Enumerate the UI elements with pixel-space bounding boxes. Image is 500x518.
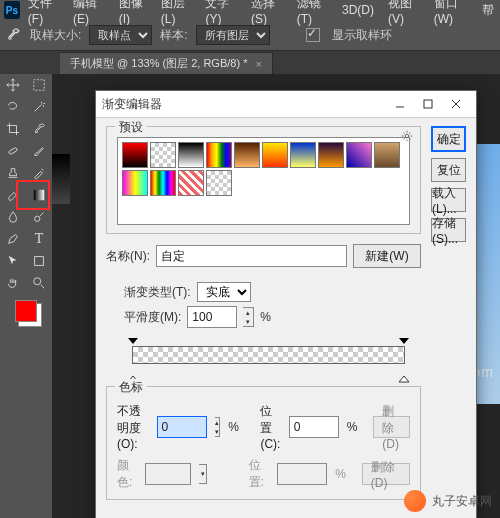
gradient-track[interactable] bbox=[132, 346, 405, 364]
menu-3d[interactable]: 3D(D) bbox=[336, 1, 380, 19]
hand-tool-icon[interactable] bbox=[0, 272, 26, 294]
menu-view[interactable]: 视图(V) bbox=[382, 0, 426, 28]
opacity-spinner[interactable]: ▴▾ bbox=[215, 417, 221, 437]
preset-swatch[interactable] bbox=[206, 142, 232, 168]
presets-legend: 预设 bbox=[115, 119, 147, 136]
percent-symbol: % bbox=[335, 467, 346, 481]
eyedropper-tool-icon[interactable] bbox=[26, 118, 52, 140]
svg-rect-0 bbox=[34, 80, 45, 91]
smoothness-spinner[interactable]: ▴▾ bbox=[243, 307, 254, 327]
maximize-icon[interactable] bbox=[414, 94, 442, 114]
location-input[interactable] bbox=[289, 416, 339, 438]
smoothness-input[interactable] bbox=[187, 306, 237, 328]
save-button[interactable]: 存储(S)... bbox=[431, 218, 466, 242]
show-ring-checkbox[interactable] bbox=[306, 28, 320, 42]
stamp-tool-icon[interactable] bbox=[0, 162, 26, 184]
gradient-editor-dialog: 渐变编辑器 预设 bbox=[95, 90, 477, 518]
close-tab-icon[interactable]: × bbox=[255, 58, 261, 70]
brush-tool-icon[interactable] bbox=[26, 140, 52, 162]
gradient-bar[interactable] bbox=[124, 340, 413, 364]
dialog-titlebar[interactable]: 渐变编辑器 bbox=[96, 91, 476, 118]
zoom-tool-icon[interactable] bbox=[26, 272, 52, 294]
presets-list[interactable] bbox=[117, 137, 410, 225]
presets-gear-icon[interactable] bbox=[400, 129, 414, 146]
load-button[interactable]: 载入(L)... bbox=[431, 188, 466, 212]
menu-select[interactable]: 选择(S) bbox=[245, 0, 289, 28]
location-label: 位置(C): bbox=[260, 403, 280, 451]
smoothness-label: 平滑度(M): bbox=[124, 309, 181, 326]
menu-layer[interactable]: 图层(L) bbox=[155, 0, 198, 28]
type-tool-icon[interactable]: T bbox=[26, 228, 52, 250]
menu-file[interactable]: 文件(F) bbox=[22, 0, 65, 28]
ok-button[interactable]: 确定 bbox=[431, 126, 466, 152]
svg-rect-1 bbox=[8, 147, 17, 154]
shape-tool-icon[interactable] bbox=[26, 250, 52, 272]
opacity-input[interactable] bbox=[157, 416, 207, 438]
menubar: Ps 文件(F) 编辑(E) 图像(I) 图层(L) 文字(Y) 选择(S) 滤… bbox=[0, 0, 500, 20]
sample-select[interactable]: 所有图层 bbox=[196, 25, 270, 45]
type-select[interactable]: 实底 bbox=[197, 282, 251, 302]
sample-size-label: 取样大小: bbox=[30, 27, 81, 44]
close-icon[interactable] bbox=[442, 94, 470, 114]
delete-opacity-stop-button[interactable]: 删除(D) bbox=[373, 416, 410, 438]
eyedropper-icon bbox=[4, 26, 22, 44]
path-select-icon[interactable] bbox=[0, 250, 26, 272]
svg-rect-6 bbox=[424, 100, 432, 108]
preset-swatch[interactable] bbox=[374, 142, 400, 168]
menu-type[interactable]: 文字(Y) bbox=[199, 0, 243, 28]
document-tab[interactable]: 手机模型 @ 133% (图层 2, RGB/8) * × bbox=[60, 52, 273, 74]
heal-tool-icon[interactable] bbox=[0, 140, 26, 162]
dodge-tool-icon[interactable] bbox=[26, 206, 52, 228]
menu-edit[interactable]: 编辑(E) bbox=[67, 0, 111, 28]
preset-swatch[interactable] bbox=[122, 170, 148, 196]
preset-swatch[interactable] bbox=[122, 142, 148, 168]
preset-swatch[interactable] bbox=[346, 142, 372, 168]
svg-rect-4 bbox=[35, 257, 44, 266]
svg-point-5 bbox=[34, 278, 41, 285]
sample-size-select[interactable]: 取样点 bbox=[89, 25, 152, 45]
color-stop-right[interactable] bbox=[399, 376, 409, 386]
new-button[interactable]: 新建(W) bbox=[353, 244, 421, 268]
preset-swatch[interactable] bbox=[178, 142, 204, 168]
percent-symbol: % bbox=[228, 420, 239, 434]
eraser-tool-icon[interactable] bbox=[0, 184, 26, 206]
preset-swatch[interactable] bbox=[150, 170, 176, 196]
preset-swatch[interactable] bbox=[290, 142, 316, 168]
opacity-stop-right[interactable] bbox=[399, 334, 409, 344]
history-brush-icon[interactable] bbox=[26, 162, 52, 184]
name-row: 名称(N): 新建(W) bbox=[106, 244, 421, 268]
preset-swatch[interactable] bbox=[234, 142, 260, 168]
color-swatch[interactable] bbox=[0, 294, 52, 328]
opacity-stop-left[interactable] bbox=[128, 334, 138, 344]
crop-tool-icon[interactable] bbox=[0, 118, 26, 140]
marquee-tool-icon[interactable] bbox=[26, 74, 52, 96]
move-tool-icon[interactable] bbox=[0, 74, 26, 96]
foreground-color[interactable] bbox=[15, 300, 37, 322]
watermark-logo-icon bbox=[404, 490, 426, 512]
gradient-tool-icon[interactable] bbox=[26, 184, 52, 206]
preset-swatch[interactable] bbox=[206, 170, 232, 196]
document-tab-strip: 手机模型 @ 133% (图层 2, RGB/8) * × bbox=[0, 51, 500, 75]
delete-color-stop-button: 删除(D) bbox=[362, 463, 410, 485]
watermark: 丸子安卓网 bbox=[404, 490, 492, 512]
reset-button[interactable]: 复位 bbox=[431, 158, 466, 182]
minimize-icon[interactable] bbox=[386, 94, 414, 114]
name-input[interactable] bbox=[156, 245, 347, 267]
menu-window[interactable]: 窗口(W) bbox=[428, 0, 474, 28]
blur-tool-icon[interactable] bbox=[0, 206, 26, 228]
menu-help[interactable]: 帮 bbox=[476, 0, 500, 21]
lasso-tool-icon[interactable] bbox=[0, 96, 26, 118]
presets-group: 预设 bbox=[106, 126, 421, 234]
ps-logo: Ps bbox=[4, 1, 20, 19]
pen-tool-icon[interactable] bbox=[0, 228, 26, 250]
preset-swatch[interactable] bbox=[318, 142, 344, 168]
menu-image[interactable]: 图像(I) bbox=[113, 0, 153, 28]
preset-swatch[interactable] bbox=[262, 142, 288, 168]
location2-label: 位置: bbox=[249, 457, 269, 491]
dialog-button-column: 确定 复位 载入(L)... 存储(S)... bbox=[431, 126, 466, 510]
menu-filter[interactable]: 滤镜(T) bbox=[291, 0, 334, 28]
preset-swatch[interactable] bbox=[178, 170, 204, 196]
percent-symbol: % bbox=[260, 310, 271, 324]
wand-tool-icon[interactable] bbox=[26, 96, 52, 118]
preset-swatch[interactable] bbox=[150, 142, 176, 168]
